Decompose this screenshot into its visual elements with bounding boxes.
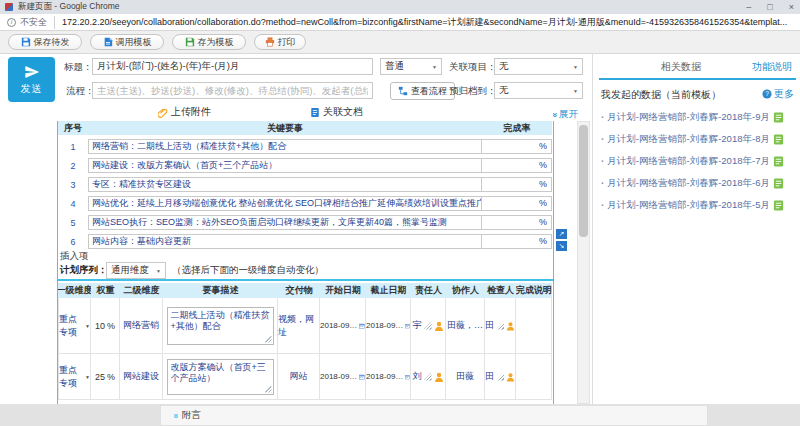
calendar-icon[interactable] (405, 321, 410, 331)
list-item[interactable]: 月计划-网络营销部-刘春辉-2018年-8月 (601, 132, 796, 146)
collaborator-field[interactable]: 田薇 (446, 354, 485, 400)
insert-item-link[interactable]: 插入项 (60, 250, 89, 263)
prearchive-label: 预归档到： (449, 85, 497, 98)
send-button[interactable]: 发送 (8, 57, 55, 102)
list-item[interactable]: 月计划-网络营销部-刘春辉-2018年-9月 (601, 110, 796, 124)
tab-function-help[interactable]: 功能说明 (752, 60, 792, 74)
key-task-field[interactable]: 网站内容：基础内容更新 (88, 234, 482, 249)
priority-select[interactable]: 普通 (380, 58, 442, 75)
col-completion-note: 完成说明 (516, 283, 552, 298)
tab-related-data[interactable]: 相关数据 (661, 60, 701, 74)
plan-link[interactable]: 月计划-网络营销部-刘春辉-2018年-8月 (607, 133, 770, 146)
end-date-value[interactable]: 2018-09… (366, 321, 403, 330)
close-button[interactable]: × (789, 2, 794, 12)
table-row: 3 专区：精准扶贫专区建设 % (58, 177, 552, 192)
plan-sequence-label: 计划序列： (60, 264, 108, 277)
deliverable-field[interactable]: 视频，网址 (278, 298, 320, 354)
weight-field[interactable]: 10% (91, 298, 120, 354)
security-label[interactable]: 不安全 (20, 16, 55, 29)
scrollbar-thumb[interactable] (579, 125, 588, 237)
plan-link[interactable]: 月计划-网络营销部-刘春辉-2018年-5月 (607, 199, 770, 212)
plan-detail-table: 一级维度 权重 二级维度 要事描述 交付物 开始日期 截止日期 责任人 协作人 … (58, 283, 552, 400)
checker-value[interactable]: 田 (485, 370, 494, 383)
expand-toggle[interactable]: 展开 (552, 108, 578, 121)
calendar-icon[interactable] (359, 372, 365, 382)
deliverable-field[interactable]: 网站 (278, 354, 320, 400)
resize-handle[interactable] (265, 386, 272, 393)
address-bar[interactable]: 不安全 172.20.2.20/seeyon/collaboration/col… (0, 14, 800, 31)
minimize-button[interactable]: – (746, 2, 751, 12)
collaborator-field[interactable]: 田薇，… (446, 298, 485, 354)
resize-handle[interactable] (265, 336, 272, 343)
col-completion: 完成率 (482, 122, 552, 135)
upload-attachment-label: 上传附件 (171, 105, 211, 119)
owner-value[interactable]: 刘 (413, 370, 422, 383)
select-person-icon[interactable] (506, 321, 515, 331)
vertical-scrollbar[interactable] (577, 121, 590, 404)
start-date-cell: 2018-09… (320, 298, 366, 354)
list-item[interactable]: 月计划-网络营销部-刘春辉-2018年-6月 (601, 176, 796, 190)
key-task-field[interactable]: 专区：精准扶贫专区建设 (88, 177, 482, 192)
save-as-template-button[interactable]: 存为模板 (172, 34, 246, 50)
select-person-icon[interactable] (506, 372, 515, 382)
completion-rate-field[interactable]: % (482, 215, 552, 230)
more-link[interactable]: ? 更多 (762, 87, 794, 101)
row-number: 5 (58, 218, 88, 228)
dim2-field[interactable]: 网络营销 (120, 298, 163, 354)
completion-rate-field[interactable]: % (482, 158, 552, 173)
completion-note-field[interactable] (516, 298, 552, 354)
plan-sequence-select[interactable]: 通用维度 (106, 262, 166, 279)
save-draft-label: 保存待发 (34, 36, 70, 49)
print-button[interactable]: 打印 (254, 34, 306, 50)
checker-value[interactable]: 田 (485, 319, 494, 332)
weight-field[interactable]: 25% (91, 354, 120, 400)
expand-table-icon[interactable] (556, 229, 567, 239)
save-draft-button[interactable]: 保存待发 (8, 34, 82, 50)
maximize-button[interactable]: □ (767, 2, 772, 12)
select-person-icon[interactable] (434, 372, 444, 382)
start-date-value[interactable]: 2018-09… (320, 321, 357, 330)
completion-note-field[interactable] (516, 354, 552, 400)
key-task-field[interactable]: 网站SEO执行：SEO监测：站外SEO负面启动口碑继续更新，文库更新40篇，熊掌… (88, 215, 482, 230)
use-template-button[interactable]: 调用模板 (90, 34, 164, 50)
title-input[interactable] (92, 58, 373, 75)
plan-link[interactable]: 月计划-网络营销部-刘春辉-2018年-9月 (607, 111, 770, 124)
completion-rate-field[interactable]: % (482, 196, 552, 211)
link-document-button[interactable]: 关联文档 (310, 105, 363, 119)
upload-attachment-button[interactable]: 上传附件 (158, 105, 211, 119)
owner-value[interactable]: 宇 (413, 319, 422, 332)
plan-link[interactable]: 月计划-网络营销部-刘春辉-2018年-7月 (607, 155, 770, 168)
related-project-select[interactable]: 无 (494, 58, 583, 75)
collapse-table-icon[interactable] (556, 241, 567, 251)
dim1-select[interactable]: 重点专项 (58, 298, 91, 354)
dim1-select[interactable]: 重点专项 (58, 354, 91, 400)
site-info-icon[interactable] (7, 18, 16, 27)
key-task-field[interactable]: 网站优化：延续上月移动端创意优化 整站创意优化 SEO口碑相结合推广延伸高绩效培… (88, 196, 482, 211)
completion-rate-field[interactable]: % (482, 234, 552, 249)
list-item[interactable]: 月计划-网络营销部-刘春辉-2018年-5月 (601, 198, 796, 212)
owner-cell: 刘 (411, 354, 446, 400)
start-date-value[interactable]: 2018-09… (320, 372, 357, 381)
desc-textarea[interactable]: 二期线上活动（精准扶贫+其他）配合 (167, 307, 274, 345)
completion-rate-field[interactable]: % (482, 177, 552, 192)
key-task-field[interactable]: 网站建设：改版方案确认（首页+三个产品站） (88, 158, 482, 173)
end-date-value[interactable]: 2018-09… (366, 372, 403, 381)
save-as-template-label: 存为模板 (198, 36, 234, 49)
checker-cell: 田 (485, 298, 516, 354)
col-dim2: 二级维度 (120, 283, 163, 298)
prearchive-select[interactable]: 无 (494, 82, 583, 99)
url-text[interactable]: 172.20.2.20/seeyon/collaboration/collabo… (55, 16, 787, 29)
select-person-icon[interactable] (434, 321, 444, 331)
view-flow-button[interactable]: 查看流程 (390, 82, 455, 100)
list-item[interactable]: 月计划-网络营销部-刘春辉-2018年-7月 (601, 154, 796, 168)
plan-link[interactable]: 月计划-网络营销部-刘春辉-2018年-6月 (607, 177, 770, 190)
calendar-icon[interactable] (405, 372, 410, 382)
desc-textarea[interactable]: 改版方案确认（首页+三个产品站） (167, 359, 274, 395)
flow-input[interactable] (92, 82, 373, 99)
dim2-field[interactable]: 网站建设 (120, 354, 163, 400)
table-row: 5 网站SEO执行：SEO监测：站外SEO负面启动口碑继续更新，文库更新40篇，… (58, 215, 552, 230)
note-section[interactable]: 附言 (160, 405, 708, 426)
key-task-field[interactable]: 网络营销：二期线上活动（精准扶贫+其他）配合 (88, 139, 482, 154)
completion-rate-field[interactable]: % (482, 139, 552, 154)
calendar-icon[interactable] (359, 321, 365, 331)
